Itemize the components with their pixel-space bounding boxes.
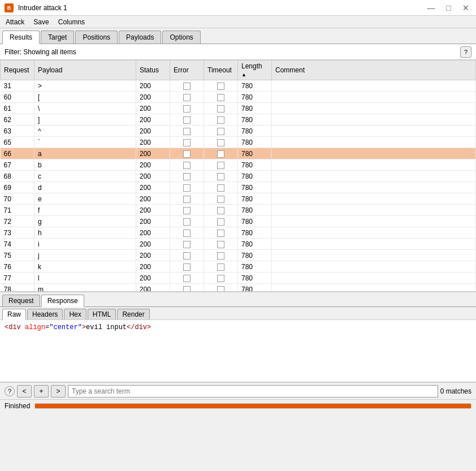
error-checkbox[interactable]	[183, 173, 191, 180]
minimize-button[interactable]: —	[425, 3, 438, 12]
table-row[interactable]: 63^200780	[1, 126, 476, 137]
table-row[interactable]: 67b200780	[1, 159, 476, 171]
cell-status: 200	[136, 114, 170, 126]
error-checkbox[interactable]	[183, 162, 191, 169]
cell-timeout	[204, 148, 238, 159]
format-raw[interactable]: Raw	[2, 309, 26, 320]
timeout-checkbox[interactable]	[217, 139, 224, 146]
cell-status: 200	[136, 171, 170, 182]
timeout-checkbox[interactable]	[217, 116, 224, 124]
error-checkbox[interactable]	[183, 218, 191, 226]
error-checkbox[interactable]	[183, 94, 191, 101]
error-checkbox[interactable]	[183, 83, 191, 90]
timeout-checkbox[interactable]	[217, 83, 224, 90]
error-checkbox[interactable]	[183, 207, 191, 214]
timeout-checkbox[interactable]	[217, 207, 224, 214]
timeout-checkbox[interactable]	[217, 128, 224, 135]
results-table-container[interactable]: Request Payload Status Error Timeout Len…	[0, 60, 476, 292]
timeout-checkbox[interactable]	[217, 230, 224, 237]
cell-payload: ]	[34, 114, 136, 126]
cell-request: 72	[1, 216, 34, 227]
error-checkbox[interactable]	[183, 286, 191, 292]
table-row[interactable]: 73h200780	[1, 227, 476, 239]
table-row[interactable]: 71f200780	[1, 205, 476, 216]
search-input[interactable]	[68, 385, 438, 397]
format-hex[interactable]: Hex	[64, 309, 86, 319]
table-row[interactable]: 62]200780	[1, 114, 476, 126]
timeout-checkbox[interactable]	[217, 263, 224, 271]
table-row[interactable]: 74i200780	[1, 239, 476, 250]
tab-target[interactable]: Target	[41, 31, 74, 44]
timeout-checkbox[interactable]	[217, 150, 224, 158]
col-header-status[interactable]: Status	[136, 61, 170, 80]
search-help-button[interactable]: ?	[5, 386, 15, 396]
cell-length: 780	[238, 159, 272, 171]
timeout-checkbox[interactable]	[217, 252, 224, 260]
tab-results[interactable]: Results	[2, 31, 40, 44]
help-button[interactable]: ?	[460, 46, 471, 58]
col-header-comment[interactable]: Comment	[272, 61, 476, 80]
close-button[interactable]: ✕	[460, 3, 471, 12]
format-html[interactable]: HTML	[88, 309, 116, 319]
tab-positions[interactable]: Positions	[75, 31, 118, 44]
error-checkbox[interactable]	[183, 252, 191, 260]
table-row[interactable]: 72g200780	[1, 216, 476, 227]
menu-columns[interactable]: Columns	[55, 17, 88, 27]
timeout-checkbox[interactable]	[217, 94, 224, 101]
maximize-button[interactable]: □	[444, 3, 453, 12]
error-checkbox[interactable]	[183, 230, 191, 237]
table-row[interactable]: 69d200780	[1, 182, 476, 193]
table-row[interactable]: 31>200780	[1, 80, 476, 92]
tab-response[interactable]: Response	[41, 295, 84, 307]
table-row[interactable]: 60[200780	[1, 92, 476, 103]
table-row[interactable]: 70e200780	[1, 193, 476, 205]
menu-save[interactable]: Save	[30, 17, 52, 27]
timeout-checkbox[interactable]	[217, 241, 224, 248]
tab-payloads[interactable]: Payloads	[119, 31, 161, 44]
col-header-timeout[interactable]: Timeout	[204, 61, 238, 80]
error-checkbox[interactable]	[183, 128, 191, 135]
timeout-checkbox[interactable]	[217, 275, 224, 282]
main-tabs: Results Target Positions Payloads Option…	[0, 28, 476, 44]
error-checkbox[interactable]	[183, 116, 191, 124]
prev-button[interactable]: <	[17, 385, 32, 397]
error-checkbox[interactable]	[183, 196, 191, 203]
timeout-checkbox[interactable]	[217, 162, 224, 169]
error-checkbox[interactable]	[183, 241, 191, 248]
table-row[interactable]: 76k200780	[1, 261, 476, 273]
col-header-request[interactable]: Request	[1, 61, 34, 80]
timeout-checkbox[interactable]	[217, 196, 224, 203]
format-headers[interactable]: Headers	[27, 309, 63, 319]
table-row[interactable]: 75j200780	[1, 250, 476, 261]
timeout-checkbox[interactable]	[217, 184, 224, 192]
col-header-error[interactable]: Error	[170, 61, 204, 80]
error-checkbox[interactable]	[183, 139, 191, 146]
error-checkbox[interactable]	[183, 275, 191, 282]
timeout-checkbox[interactable]	[217, 286, 224, 292]
next-button[interactable]: >	[51, 385, 66, 397]
table-row[interactable]: 66a200780	[1, 148, 476, 159]
tab-request[interactable]: Request	[2, 295, 40, 306]
error-checkbox[interactable]	[183, 263, 191, 271]
timeout-checkbox[interactable]	[217, 173, 224, 180]
error-checkbox[interactable]	[183, 105, 191, 113]
cell-error	[170, 250, 204, 261]
tab-options[interactable]: Options	[162, 31, 200, 44]
table-row[interactable]: 61\200780	[1, 103, 476, 114]
error-checkbox[interactable]	[183, 184, 191, 192]
col-header-length[interactable]: Length	[238, 61, 272, 80]
error-checkbox[interactable]	[183, 150, 191, 158]
timeout-checkbox[interactable]	[217, 218, 224, 226]
table-row[interactable]: 77l200780	[1, 273, 476, 284]
table-row[interactable]: 65`200780	[1, 137, 476, 148]
menu-attack[interactable]: Attack	[2, 17, 28, 27]
cell-request: 65	[1, 137, 34, 148]
add-button[interactable]: +	[34, 385, 49, 397]
format-render[interactable]: Render	[117, 309, 149, 319]
menu-bar: Attack Save Columns	[0, 16, 476, 28]
table-row[interactable]: 78m200780	[1, 284, 476, 292]
col-header-payload[interactable]: Payload	[34, 61, 136, 80]
table-row[interactable]: 68c200780	[1, 171, 476, 182]
timeout-checkbox[interactable]	[217, 105, 224, 113]
cell-length: 780	[238, 284, 272, 292]
